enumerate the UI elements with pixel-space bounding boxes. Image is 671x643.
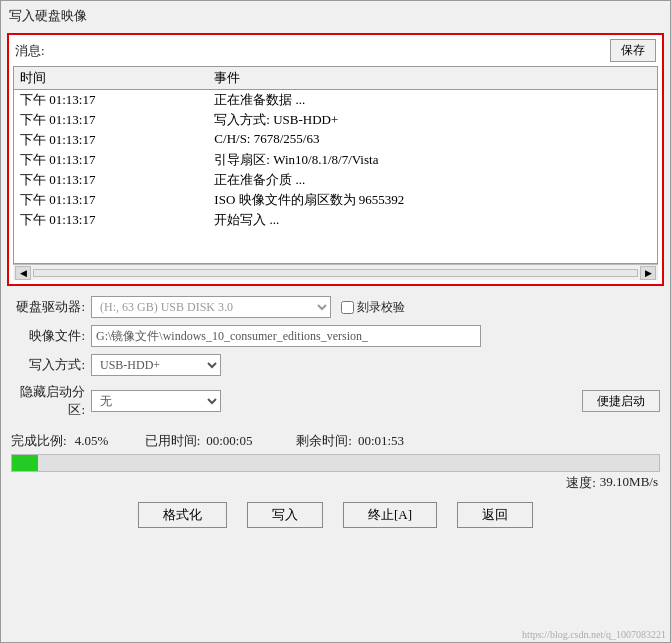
title-bar: 写入硬盘映像 <box>1 1 670 29</box>
scroll-right-button[interactable]: ▶ <box>640 266 656 280</box>
log-time: 下午 01:13:17 <box>14 130 208 150</box>
progress-info-row: 完成比例: 4.05% 已用时间: 00:00:05 剩余时间: 00:01:5… <box>11 432 660 450</box>
speed-value: 39.10MB/s <box>600 474 658 492</box>
scroll-track[interactable] <box>33 269 638 277</box>
format-button[interactable]: 格式化 <box>138 502 227 528</box>
back-button[interactable]: 返回 <box>457 502 533 528</box>
log-table: 时间 事件 下午 01:13:17正在准备数据 ...下午 01:13:17写入… <box>14 67 657 230</box>
remain-label: 剩余时间: <box>296 432 352 450</box>
elapsed-value: 00:00:05 <box>206 433 276 449</box>
log-event: ISO 映像文件的扇区数为 9655392 <box>208 190 657 210</box>
save-button[interactable]: 保存 <box>610 39 656 62</box>
hidden-control: 无 便捷启动 <box>91 390 660 412</box>
log-time: 下午 01:13:17 <box>14 110 208 130</box>
window-title: 写入硬盘映像 <box>9 8 87 23</box>
col-event: 事件 <box>208 67 657 90</box>
progress-section: 完成比例: 4.05% 已用时间: 00:00:05 剩余时间: 00:01:5… <box>1 430 670 492</box>
stop-button[interactable]: 终止[A] <box>343 502 437 528</box>
write-label: 写入方式: <box>11 356 91 374</box>
verify-check: 刻录校验 <box>341 299 405 316</box>
write-row: 写入方式: USB-HDD+ <box>11 354 660 376</box>
drive-row: 硬盘驱动器: (H:, 63 GB) USB DISK 3.0 刻录校验 <box>11 296 660 318</box>
image-input[interactable] <box>91 325 481 347</box>
hidden-select[interactable]: 无 <box>91 390 221 412</box>
drive-control: (H:, 63 GB) USB DISK 3.0 刻录校验 <box>91 296 660 318</box>
action-buttons: 格式化 写入 终止[A] 返回 <box>1 496 670 534</box>
log-time: 下午 01:13:17 <box>14 190 208 210</box>
log-table-container[interactable]: 时间 事件 下午 01:13:17正在准备数据 ...下午 01:13:17写入… <box>13 66 658 264</box>
remain-value: 00:01:53 <box>358 433 404 449</box>
write-control: USB-HDD+ <box>91 354 660 376</box>
scroll-left-button[interactable]: ◀ <box>15 266 31 280</box>
messages-header: 消息: 保存 <box>13 39 658 62</box>
complete-label: 完成比例: <box>11 432 67 450</box>
image-control <box>91 325 660 347</box>
drive-select[interactable]: (H:, 63 GB) USB DISK 3.0 <box>91 296 331 318</box>
verify-checkbox[interactable] <box>341 301 354 314</box>
hidden-row: 隐藏启动分区: 无 便捷启动 <box>11 383 660 419</box>
progress-bar-fill <box>12 455 38 471</box>
log-row: 下午 01:13:17引导扇区: Win10/8.1/8/7/Vista <box>14 150 657 170</box>
log-time: 下午 01:13:17 <box>14 90 208 111</box>
image-label: 映像文件: <box>11 327 91 345</box>
drive-label: 硬盘驱动器: <box>11 298 91 316</box>
verify-label: 刻录校验 <box>357 299 405 316</box>
main-window: 写入硬盘映像 消息: 保存 时间 事件 下午 01:13:17正在准备数据 ..… <box>0 0 671 643</box>
log-row: 下午 01:13:17开始写入 ... <box>14 210 657 230</box>
elapsed-label: 已用时间: <box>145 432 201 450</box>
image-row: 映像文件: <box>11 325 660 347</box>
col-time: 时间 <box>14 67 208 90</box>
write-select[interactable]: USB-HDD+ <box>91 354 221 376</box>
log-time: 下午 01:13:17 <box>14 150 208 170</box>
log-row: 下午 01:13:17ISO 映像文件的扇区数为 9655392 <box>14 190 657 210</box>
horizontal-scrollbar[interactable]: ◀ ▶ <box>13 264 658 280</box>
options-section: 硬盘驱动器: (H:, 63 GB) USB DISK 3.0 刻录校验 映像文… <box>1 290 670 430</box>
quick-start-button[interactable]: 便捷启动 <box>582 390 660 412</box>
log-event: 引导扇区: Win10/8.1/8/7/Vista <box>208 150 657 170</box>
log-event: 正在准备介质 ... <box>208 170 657 190</box>
messages-label: 消息: <box>15 42 45 60</box>
log-time: 下午 01:13:17 <box>14 210 208 230</box>
log-event: 写入方式: USB-HDD+ <box>208 110 657 130</box>
complete-value: 4.05% <box>75 433 125 449</box>
log-row: 下午 01:13:17正在准备介质 ... <box>14 170 657 190</box>
speed-row: 速度: 39.10MB/s <box>11 474 660 492</box>
hidden-label: 隐藏启动分区: <box>11 383 91 419</box>
log-time: 下午 01:13:17 <box>14 170 208 190</box>
log-event: C/H/S: 7678/255/63 <box>208 130 657 150</box>
messages-section: 消息: 保存 时间 事件 下午 01:13:17正在准备数据 ...下午 01:… <box>7 33 664 286</box>
log-row: 下午 01:13:17C/H/S: 7678/255/63 <box>14 130 657 150</box>
log-event: 正在准备数据 ... <box>208 90 657 111</box>
write-button[interactable]: 写入 <box>247 502 323 528</box>
log-row: 下午 01:13:17写入方式: USB-HDD+ <box>14 110 657 130</box>
log-row: 下午 01:13:17正在准备数据 ... <box>14 90 657 111</box>
speed-label: 速度: <box>566 474 596 492</box>
log-event: 开始写入 ... <box>208 210 657 230</box>
watermark: https://blog.csdn.net/q_1007083221 <box>522 629 666 640</box>
progress-bar-container <box>11 454 660 472</box>
